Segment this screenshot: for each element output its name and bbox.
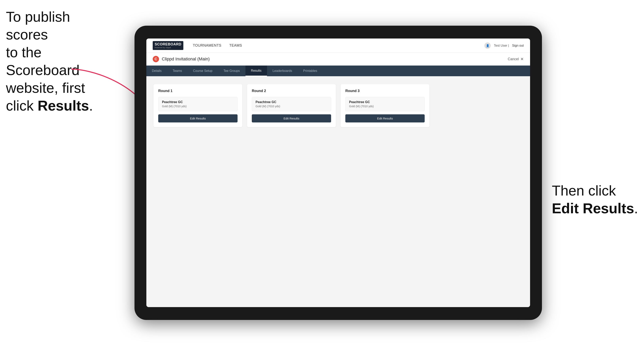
round-3-title: Round 3 [345,89,425,93]
tournament-title-area: C Clippd Invitational (Main) [153,56,210,62]
round-1-title: Round 1 [158,89,238,93]
instruction-line2: to the Scoreboard [6,44,80,78]
tab-results[interactable]: Results [246,66,267,76]
round-3-course-details: Gold (M) (7010 yds) [349,105,421,108]
edit-results-btn-2[interactable]: Edit Results [252,114,331,122]
top-nav: SCOREBOARD Powered by clippd TOURNAMENTS… [146,38,530,53]
instruction-line4-suffix: . [89,98,93,114]
signout-link[interactable]: Sign out [512,44,524,47]
tab-details[interactable]: Details [146,66,167,76]
logo: SCOREBOARD Powered by clippd [153,41,183,50]
top-nav-links: TOURNAMENTS TEAMS [193,43,484,48]
tab-printables[interactable]: Printables [298,66,323,76]
instruction-left: To publish scores to the Scoreboard webs… [6,8,109,115]
round-2-course-card: Peachtree GC Gold (M) (7010 yds) [252,97,331,111]
instruction-edit-results-bold: Edit Results [552,200,634,216]
top-nav-right: 👤 Test User | Sign out [484,42,524,49]
instruction-line3: website, first [6,80,85,96]
round-card-1: Round 1 Peachtree GC Gold (M) (7010 yds)… [154,84,242,127]
round-3-course-card: Peachtree GC Gold (M) (7010 yds) [345,97,425,111]
user-label: Test User | [494,44,509,47]
tournament-header: C Clippd Invitational (Main) Cancel ✕ [146,53,530,66]
empty-column [434,84,523,127]
tablet: SCOREBOARD Powered by clippd TOURNAMENTS… [134,26,542,320]
instruction-line4-prefix: click [6,98,38,114]
round-1-course-name: Peachtree GC [162,100,234,104]
round-1-course-card: Peachtree GC Gold (M) (7010 yds) [158,97,238,111]
logo-area: SCOREBOARD Powered by clippd [153,41,183,50]
round-2-title: Round 2 [252,89,331,93]
sub-nav: Details Teams Course Setup Tee Groups Re… [146,66,530,76]
instruction-line1: To publish scores [6,9,70,42]
content-area: Round 1 Peachtree GC Gold (M) (7010 yds)… [146,76,530,307]
cancel-x-icon: ✕ [520,57,524,61]
tab-leaderboards[interactable]: Leaderboards [267,66,298,76]
edit-results-btn-3[interactable]: Edit Results [345,114,425,122]
round-card-3: Round 3 Peachtree GC Gold (M) (7010 yds)… [340,84,430,127]
edit-results-btn-1[interactable]: Edit Results [158,114,238,122]
nav-tournaments[interactable]: TOURNAMENTS [193,43,221,48]
cancel-button[interactable]: Cancel ✕ [508,57,524,61]
tab-course-setup[interactable]: Course Setup [188,66,218,76]
round-card-2: Round 2 Peachtree GC Gold (M) (7010 yds)… [247,84,336,127]
round-2-course-details: Gold (M) (7010 yds) [256,105,327,108]
instruction-right: Then click Edit Results. [552,182,638,217]
tab-teams[interactable]: Teams [167,66,188,76]
rounds-grid: Round 1 Peachtree GC Gold (M) (7010 yds)… [154,84,523,127]
instruction-right-line1: Then click [552,183,616,198]
user-icon: 👤 [484,42,491,49]
tablet-screen: SCOREBOARD Powered by clippd TOURNAMENTS… [146,38,530,307]
round-2-course-name: Peachtree GC [256,100,327,104]
instruction-right-suffix: . [634,200,638,216]
tab-tee-groups[interactable]: Tee Groups [218,66,246,76]
round-1-course-details: Gold (M) (7010 yds) [162,105,234,108]
tournament-title: Clippd Invitational (Main) [162,56,210,62]
tournament-icon: C [153,56,159,62]
round-3-course-name: Peachtree GC [349,100,421,104]
instruction-results-bold: Results [38,98,89,114]
nav-teams[interactable]: TEAMS [229,43,242,48]
